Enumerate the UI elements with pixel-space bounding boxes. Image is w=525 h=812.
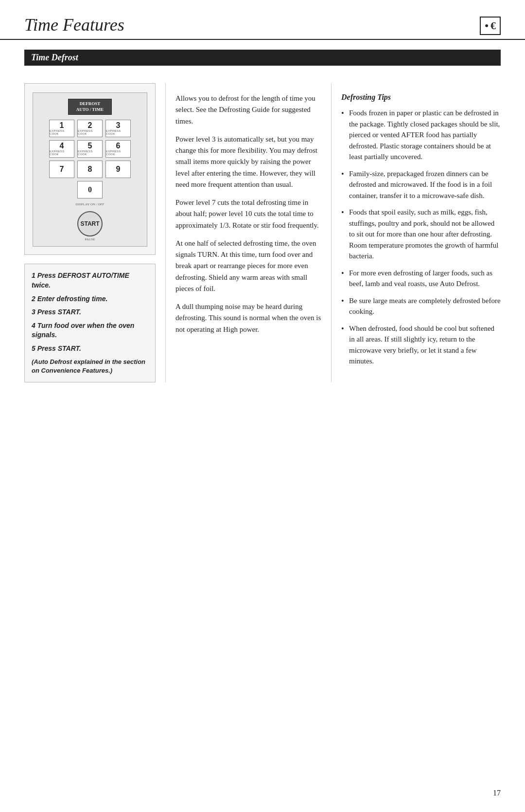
steps-note: (Auto Defrost explained in the section o… <box>32 358 148 375</box>
tip-3: Foods that spoil easily, such as milk, e… <box>341 207 501 262</box>
page-title: Time Features <box>24 15 124 35</box>
start-button[interactable]: START <box>77 211 103 236</box>
left-column: DEFROST AUTO / TIME 1 EXPRESS COOK 2 EXP… <box>24 73 165 382</box>
tip-6: When defrosted, food should be cool but … <box>341 323 501 367</box>
key-3[interactable]: 3 EXPRESS COOK <box>105 120 131 137</box>
key-7[interactable]: 7 <box>49 161 74 178</box>
key-row-2: 4 EXPRESS COOK 5 EXPRESS COOK 6 EXPRESS … <box>49 140 131 158</box>
defrost-auto-time-btn[interactable]: DEFROST AUTO / TIME <box>68 99 112 115</box>
key-6[interactable]: 6 EXPRESS COOK <box>105 140 131 158</box>
key-8[interactable]: 8 <box>77 161 103 178</box>
header-dot: • <box>485 19 489 32</box>
tip-4: For more even defrosting of larger foods… <box>341 268 501 289</box>
mid-para-3: Power level 7 cuts the total defrosting … <box>175 197 321 231</box>
start-button-wrap: START PAUSE <box>77 211 103 241</box>
mid-para-1: Allows you to defrost for the length of … <box>175 93 321 127</box>
key-row-1: 1 EXPRESS COOK 2 EXPRESS COOK 3 EXPRESS … <box>49 120 131 137</box>
key-9[interactable]: 9 <box>105 161 131 178</box>
step-4: 4 Turn food over when the oven signals. <box>32 321 148 340</box>
key-row-zero: 0 <box>77 181 103 198</box>
display-on-off-label: DISPLAY ON / OFF <box>76 202 105 206</box>
key-1[interactable]: 1 EXPRESS COOK <box>49 120 74 137</box>
keypad-inner: DEFROST AUTO / TIME 1 EXPRESS COOK 2 EXP… <box>33 92 147 247</box>
section-header: Time Defrost <box>24 50 501 66</box>
step-5: 5 Press START. <box>32 344 148 354</box>
middle-column: Allows you to defrost for the length of … <box>166 73 331 382</box>
main-content: DEFROST AUTO / TIME 1 EXPRESS COOK 2 EXP… <box>0 73 525 382</box>
tip-2: Family-size, prepackaged frozen dinners … <box>341 168 501 201</box>
tip-1: Foods frozen in paper or plastic can be … <box>341 108 501 162</box>
key-5[interactable]: 5 EXPRESS COOK <box>77 140 103 158</box>
right-column: Defrosting Tips Foods frozen in paper or… <box>332 73 501 382</box>
key-0[interactable]: 0 <box>77 181 103 198</box>
step-1: 1 Press DEFROST AUTO/TIME twice. <box>32 271 148 290</box>
key-row-3: 7 8 9 <box>49 161 131 178</box>
step-2: 2 Enter defrosting time. <box>32 294 148 304</box>
mid-para-5: A dull thumping noise may be heard durin… <box>175 301 321 335</box>
keypad-illustration: DEFROST AUTO / TIME 1 EXPRESS COOK 2 EXP… <box>24 83 156 255</box>
step-3: 3 Press START. <box>32 307 148 317</box>
pause-label: PAUSE <box>85 237 95 241</box>
defrosting-tips-title: Defrosting Tips <box>341 93 501 102</box>
page-header: Time Features • € <box>0 0 525 40</box>
mid-para-4: At one half of selected defrosting time,… <box>175 238 321 294</box>
tips-list: Foods frozen in paper or plastic can be … <box>341 108 501 367</box>
steps-box: 1 Press DEFROST AUTO/TIME twice. 2 Enter… <box>24 264 156 382</box>
tip-5: Be sure large meats are completely defro… <box>341 295 501 317</box>
header-icon-symbol: € <box>490 19 496 32</box>
key-4[interactable]: 4 EXPRESS COOK <box>49 140 74 158</box>
key-2[interactable]: 2 EXPRESS COOK <box>77 120 103 137</box>
header-icon-box: • € <box>480 17 501 35</box>
page-number: 17 <box>493 789 501 797</box>
mid-para-2: Power level 3 is automatically set, but … <box>175 134 321 190</box>
